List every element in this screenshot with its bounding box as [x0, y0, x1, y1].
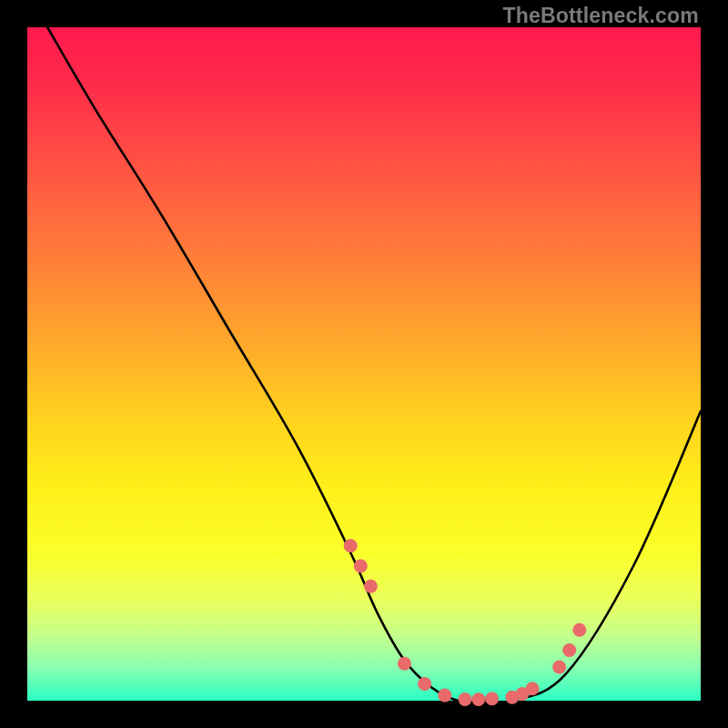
- data-point: [485, 692, 499, 705]
- watermark-text: TheBottleneck.com: [502, 4, 699, 28]
- data-point: [398, 657, 411, 671]
- data-point: [344, 539, 358, 552]
- data-point: [552, 661, 566, 674]
- data-point: [526, 682, 540, 695]
- data-point: [418, 677, 431, 691]
- plot-area: [27, 27, 701, 701]
- curve-svg: [27, 27, 701, 701]
- data-point: [438, 689, 451, 703]
- data-point: [562, 643, 576, 657]
- data-point: [354, 560, 368, 573]
- data-point: [364, 580, 378, 593]
- data-point: [471, 693, 485, 706]
- chart-frame: TheBottleneck.com: [0, 0, 728, 728]
- bottleneck-curve: [47, 27, 701, 703]
- data-point: [572, 623, 586, 637]
- data-point: [459, 693, 472, 706]
- marker-group: [344, 539, 587, 706]
